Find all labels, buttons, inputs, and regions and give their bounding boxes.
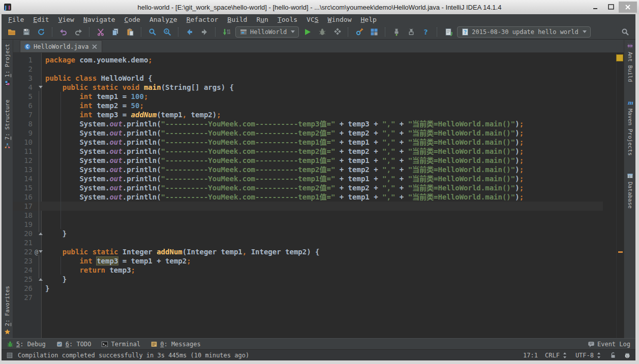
settings-button[interactable] xyxy=(353,26,366,38)
code-line-13: 13 System.out.println("----------YouMeek… xyxy=(13,165,603,174)
avd-manager-button[interactable] xyxy=(405,26,417,38)
tool-window-button-1-project[interactable]: 1: Project xyxy=(4,44,11,86)
lock-icon[interactable] xyxy=(610,352,617,359)
tool-window-button-5-debug[interactable]: 5: Debug xyxy=(7,341,46,348)
code-line-23: 23 int temp3 = temp1 + temp2; xyxy=(13,256,603,266)
commit-icon xyxy=(444,28,452,36)
editor-tab-helloworld[interactable]: C HelloWorld.java xyxy=(20,40,102,52)
menu-analyze[interactable]: Analyze xyxy=(145,15,182,24)
toolbar-separator xyxy=(52,27,53,37)
line-number: 25 xyxy=(13,275,35,284)
line-ending-select[interactable]: CRLF xyxy=(545,352,568,359)
forward-button[interactable] xyxy=(198,26,210,38)
inspection-profile-icon[interactable] xyxy=(624,352,631,359)
back-button[interactable] xyxy=(184,26,196,38)
error-stripe-warning-square[interactable] xyxy=(616,54,623,61)
commit-changes-button[interactable] xyxy=(442,26,454,38)
tool-window-button-terminal[interactable]: Terminal xyxy=(101,341,140,348)
minimize-icon xyxy=(592,3,600,11)
minimize-button[interactable] xyxy=(588,2,603,13)
project-structure-button[interactable] xyxy=(368,26,380,38)
toolbar-separator xyxy=(385,27,386,37)
paste-button[interactable] xyxy=(124,26,136,38)
menu-navigate[interactable]: Navigate xyxy=(79,15,120,24)
undo-button[interactable] xyxy=(57,26,70,38)
editor-scrollbar[interactable] xyxy=(616,53,624,338)
coverage-button[interactable] xyxy=(331,26,343,38)
menu-run[interactable]: Run xyxy=(252,15,272,24)
encoding-select[interactable]: UTF-8 xyxy=(575,352,602,359)
code-line-10: 10 System.out.println("----------YouMeek… xyxy=(13,138,603,147)
run-button[interactable] xyxy=(301,26,314,38)
cut-button[interactable] xyxy=(95,26,107,38)
tool-window-button-0-messages[interactable]: 0: Messages xyxy=(150,341,200,348)
replace-button[interactable]: A xyxy=(161,26,173,38)
tool-window-button-event-log[interactable]: Event Log xyxy=(588,341,630,348)
menu-window[interactable]: Window xyxy=(323,15,356,24)
vcs-message-value: 2015-08-30 update hello world xyxy=(472,28,579,36)
toolbar-separator xyxy=(215,27,216,37)
menu-code[interactable]: Code xyxy=(120,15,145,24)
fold-arrow-icon[interactable] xyxy=(39,250,43,253)
menu-tools[interactable]: Tools xyxy=(273,15,302,24)
line-number: 17 xyxy=(13,202,35,211)
maximize-button[interactable] xyxy=(603,2,619,13)
tab-close-icon[interactable] xyxy=(91,43,98,50)
eventlog-icon xyxy=(588,341,595,348)
error-stripe-mark[interactable] xyxy=(618,251,623,253)
save-all-button[interactable] xyxy=(20,26,33,38)
line-number: 6 xyxy=(13,101,35,110)
menu-edit[interactable]: Edit xyxy=(28,15,53,24)
fold-arrow-icon[interactable] xyxy=(39,233,43,235)
line-number: 14 xyxy=(13,174,35,183)
close-button[interactable] xyxy=(619,2,637,13)
line-number: 26 xyxy=(13,284,35,293)
sdk-manager-button[interactable] xyxy=(390,26,403,38)
indent-guide xyxy=(60,256,61,275)
tool-buttons-toggle-icon[interactable] xyxy=(6,352,13,359)
tool-window-button-7-structure[interactable]: 7: Structure xyxy=(4,100,11,149)
updown-icon xyxy=(595,352,602,359)
code-line-3: 3public class HelloWorld { xyxy=(13,74,603,83)
menu-vcs[interactable]: VCS xyxy=(302,15,323,24)
fold-arrow-icon[interactable] xyxy=(39,278,43,281)
menu-file[interactable]: File xyxy=(4,15,28,24)
replace-icon: A xyxy=(163,28,171,36)
tool-window-button-ant-build[interactable]: Ant Build xyxy=(627,43,633,82)
line-number: 13 xyxy=(13,165,35,174)
open-button[interactable] xyxy=(6,26,18,38)
code-line-24: 24 return temp3; xyxy=(13,266,603,275)
menu-help[interactable]: Help xyxy=(356,15,381,24)
tool-window-label: Event Log xyxy=(597,341,630,348)
line-number: 3 xyxy=(13,74,35,83)
android-sdk-icon xyxy=(392,28,401,36)
run-icon xyxy=(303,28,312,36)
synchronize-button[interactable] xyxy=(35,26,47,38)
vcs-message-select[interactable]: ? 2015-08-30 update hello world xyxy=(457,26,591,38)
code-line-2: 2 xyxy=(13,64,603,74)
app-config-icon xyxy=(239,28,248,36)
copy-button[interactable] xyxy=(109,26,121,38)
search-everywhere-button[interactable] xyxy=(619,26,631,38)
tool-window-button-6-todo[interactable]: 6: TODO xyxy=(56,341,92,348)
run-configuration-select[interactable]: HelloWorld xyxy=(235,26,299,38)
make-project-button[interactable]: 0110 xyxy=(221,26,233,38)
menu-view[interactable]: View xyxy=(54,15,79,24)
fold-arrow-icon[interactable] xyxy=(39,86,43,88)
code-editor[interactable]: 1package com.youmeek.demo;23public class… xyxy=(13,53,624,338)
code-line-14: 14 System.out.println("----------YouMeek… xyxy=(13,174,603,183)
debug-button[interactable] xyxy=(316,26,328,38)
toolbar-separator xyxy=(437,27,438,37)
line-number: 10 xyxy=(13,138,35,147)
tool-window-button-2-favorites[interactable]: 2: Favorites xyxy=(4,286,11,335)
menu-refactor[interactable]: Refactor xyxy=(182,15,223,24)
caret-position[interactable]: 17:1 xyxy=(523,352,538,359)
svg-text:?: ? xyxy=(464,29,467,35)
tool-window-button-database[interactable]: Database xyxy=(627,173,633,209)
code-line-5: 5 int temp1 = 100; xyxy=(13,92,603,101)
tool-window-button-maven-projects[interactable]: mMaven Projects xyxy=(627,100,633,156)
menu-build[interactable]: Build xyxy=(223,15,252,24)
find-button[interactable] xyxy=(146,26,159,38)
redo-button[interactable] xyxy=(72,26,84,38)
help-button[interactable]: ? xyxy=(420,26,432,38)
